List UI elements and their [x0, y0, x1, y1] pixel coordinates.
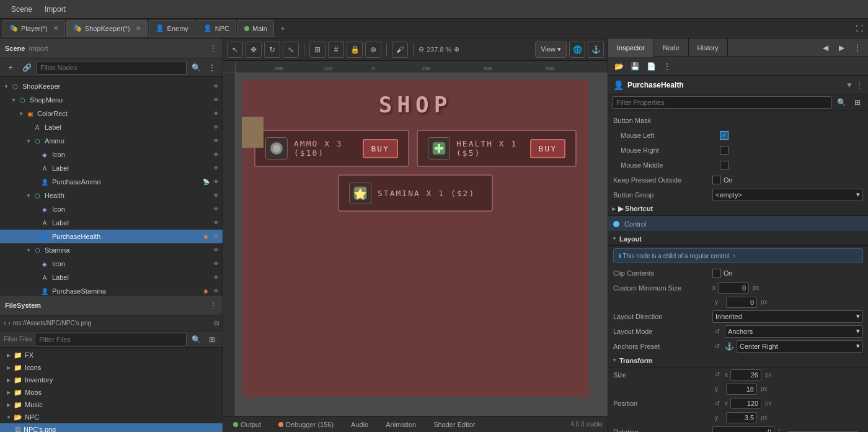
custom-min-x-input[interactable] [718, 282, 749, 294]
visibility-icon-stamina[interactable]: 👁 [211, 246, 220, 254]
buy-health-button[interactable]: BUY [530, 139, 565, 158]
transform-section[interactable]: ▼ Transform [608, 354, 868, 367]
tree-item-label3[interactable]: A Label 👁 [0, 216, 223, 230]
mouse-right-checkbox[interactable] [720, 146, 728, 155]
tab-enemy[interactable]: 👤 Enemy [149, 20, 195, 37]
fullscreen-button[interactable]: ⛶ [853, 22, 866, 35]
tree-item-label4[interactable]: A Label 👁 [0, 271, 223, 284]
tree-item-label1[interactable]: A Label 👁 [0, 120, 223, 134]
visibility-icon-icon3[interactable]: 👁 [211, 259, 220, 268]
prop-value-mouse-right[interactable] [720, 146, 863, 155]
load-resource-button[interactable]: 📂 [612, 60, 626, 73]
inspector-options-button[interactable]: ⋮ [660, 60, 674, 73]
output-button[interactable]: Output [228, 418, 266, 431]
tab-close-shopkeeper[interactable]: ✕ [136, 25, 141, 32]
position-reset-icon[interactable]: ↺ [712, 398, 722, 408]
visibility-icon-ammo[interactable]: 👁 [211, 137, 220, 145]
tree-item-icon1[interactable]: ◈ Icon 👁 [0, 148, 223, 161]
prop-value-mouse-left[interactable]: ✓ [720, 131, 863, 140]
mouse-middle-checkbox[interactable] [720, 161, 728, 169]
forward-button[interactable]: › [8, 320, 10, 326]
snap-button[interactable]: ⊞ [309, 42, 326, 58]
visibility-icon-label1[interactable]: 👁 [211, 123, 220, 132]
tab-main[interactable]: Main [237, 20, 274, 37]
save-resource-button[interactable]: 💾 [628, 60, 642, 73]
tree-item-stamina[interactable]: ▼ ⬡ Stamina 👁 [0, 243, 223, 257]
search-nodes-button[interactable]: 🔍 [189, 61, 203, 74]
menu-import[interactable]: Import [38, 2, 72, 16]
group-button[interactable]: ⊛ [365, 42, 381, 58]
add-tab-button[interactable]: + [275, 21, 290, 36]
buy-ammo-button[interactable]: BUY [363, 139, 398, 158]
canvas-area[interactable]: -200 -100 0 100 200 300 SHOP [223, 61, 608, 416]
rotation-input[interactable] [712, 426, 774, 433]
link-node-button[interactable]: 🔗 [20, 61, 33, 74]
visibility-icon-icon1[interactable]: 👁 [211, 150, 220, 159]
tree-item-colorrect[interactable]: ▼ ▣ ColorRect 👁 [0, 107, 223, 120]
tab-close-player[interactable]: ✕ [53, 25, 58, 32]
fs-layout-button[interactable]: ⊟ [214, 320, 219, 326]
anchor-button[interactable]: ⚓ [588, 42, 604, 58]
search-files-button[interactable]: 🔍 [189, 333, 203, 346]
layout-direction-dropdown[interactable]: Inherited ▾ [712, 310, 863, 323]
node-more-button[interactable]: ⋮ [856, 81, 863, 89]
search-props-button[interactable]: 🔍 [835, 96, 848, 109]
move-tool-button[interactable]: ✥ [246, 42, 262, 58]
size-x-input[interactable] [730, 369, 761, 380]
back-button[interactable]: ‹ [4, 320, 6, 326]
filter-files-input[interactable] [35, 333, 187, 346]
layout-section[interactable]: ▼ Layout [608, 232, 868, 246]
filter-properties-input[interactable] [612, 96, 832, 109]
scene-options-button[interactable]: ⋮ [205, 61, 219, 74]
grid-button[interactable]: # [328, 42, 344, 58]
fs-item-npc[interactable]: ▼ 📂 NPC [0, 411, 223, 423]
tree-item-icon3[interactable]: ◈ Icon 👁 [0, 257, 223, 271]
fs-item-npcs-png[interactable]: 🖼 NPC's.png [0, 423, 223, 432]
mouse-left-checkbox[interactable]: ✓ [720, 131, 728, 140]
props-display-button[interactable]: ⊞ [851, 96, 864, 109]
tab-node[interactable]: Node [654, 38, 688, 57]
size-y-input[interactable] [726, 384, 757, 395]
tree-item-ammo[interactable]: ▼ ⬡ Ammo 👁 [0, 134, 223, 148]
shortcut-section[interactable]: ▶ ▶ Shortcut [608, 202, 868, 216]
nav-next-button[interactable]: ▶ [835, 41, 848, 55]
tree-item-purchaseammo[interactable]: 👤 PurchaseAmmo 📡 👁 [0, 175, 223, 189]
view-button[interactable]: View ▾ [535, 42, 567, 58]
anchors-preset-dropdown[interactable]: Center Right ▾ [737, 340, 863, 353]
select-tool-button[interactable]: ↖ [227, 42, 243, 58]
tab-player[interactable]: 🎭 Player(*) ✕ [2, 20, 65, 37]
audio-button[interactable]: Audio [346, 418, 373, 431]
info-link-icon[interactable]: › [733, 251, 735, 260]
custom-min-y-input[interactable] [726, 297, 757, 308]
paint-button[interactable]: 🖌 [392, 42, 408, 58]
node-expand-button[interactable]: ▼ [846, 81, 853, 89]
menu-scene[interactable]: Scene [5, 2, 38, 16]
button-group-dropdown[interactable]: <empty> ▾ [712, 189, 863, 201]
add-node-button[interactable]: + [4, 61, 17, 74]
scale-tool-button[interactable]: ⤡ [283, 42, 299, 58]
fs-item-icons[interactable]: ▶ 📁 Icons [0, 361, 223, 374]
position-y-input[interactable] [726, 412, 757, 423]
animation-button[interactable]: Animation [381, 418, 421, 431]
shader-editor-button[interactable]: Shader Editor [428, 418, 480, 431]
visibility-icon-shopmenu[interactable]: 👁 [211, 96, 220, 104]
prop-value-mouse-middle[interactable] [720, 161, 863, 169]
visibility-icon-colorrect[interactable]: 👁 [211, 109, 220, 118]
tab-npc[interactable]: 👤 NPC [197, 20, 236, 37]
visibility-icon-label3[interactable]: 👁 [211, 218, 220, 227]
position-x-input[interactable] [730, 398, 761, 409]
visibility-icon-purchasehealth[interactable]: 👁 [211, 232, 220, 241]
fs-item-inventory[interactable]: ▶ 📁 Inventory [0, 374, 223, 386]
fs-item-mobs[interactable]: ▶ 📁 Mobs [0, 386, 223, 398]
tab-inspector[interactable]: Inspector [608, 38, 654, 57]
fs-options-button[interactable]: ⊞ [205, 333, 219, 346]
keep-pressed-checkbox[interactable] [712, 176, 721, 184]
size-reset-icon[interactable]: ↺ [712, 370, 722, 380]
layout-mode-reset-icon[interactable]: ↺ [712, 326, 722, 336]
nav-prev-button[interactable]: ◀ [818, 41, 832, 55]
rotate-tool-button[interactable]: ↻ [264, 42, 280, 58]
visibility-icon-purchaseammo[interactable]: 👁 [211, 178, 220, 186]
tab-shopkeeper[interactable]: 🎭 ShopKeeper(*) ✕ [66, 20, 148, 37]
visibility-icon-icon2[interactable]: 👁 [211, 205, 220, 214]
tree-item-purchasehealth[interactable]: 👤 PurchaseHealth ◉ 👁 [0, 230, 223, 243]
